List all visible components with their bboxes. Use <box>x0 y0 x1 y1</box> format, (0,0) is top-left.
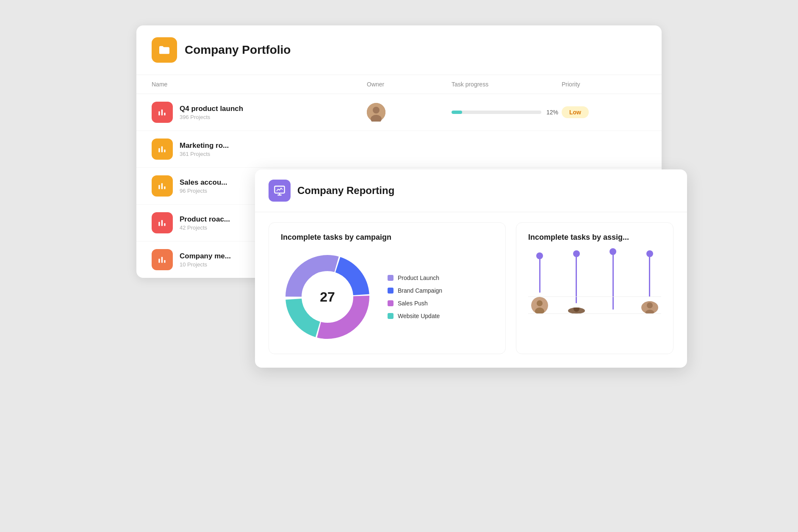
legend-item: Website Update <box>388 313 442 319</box>
legend-item: Sales Push <box>388 300 442 307</box>
row-icon <box>152 212 173 233</box>
row-sub: 96 Projects <box>180 188 227 194</box>
priority-badge: Low <box>562 106 589 118</box>
progress-cell: 12% <box>452 109 562 116</box>
svg-rect-12 <box>158 185 160 189</box>
bar-chart-icon <box>157 144 168 155</box>
col-name: Name <box>152 81 367 88</box>
progress-bar-fill <box>452 111 462 114</box>
legend-label: Website Update <box>398 313 440 319</box>
svg-rect-0 <box>161 50 163 53</box>
legend-label: Brand Campaign <box>398 287 442 294</box>
legend-label: Sales Push <box>398 300 428 307</box>
row-name: Company me... <box>180 252 231 260</box>
lollipop-dot <box>536 252 543 259</box>
col-priority: Priority <box>562 81 646 88</box>
portfolio-header: Company Portfolio <box>136 25 662 75</box>
reporting-icon <box>269 180 291 202</box>
svg-rect-11 <box>164 150 165 152</box>
donut-wrapper: 27 <box>281 250 374 344</box>
row-sub: 396 Projects <box>180 114 243 120</box>
lollipop-dot <box>610 248 616 255</box>
lollipop-stick-wrapper <box>638 250 662 297</box>
legend-item: Product Launch <box>388 274 442 281</box>
svg-point-7 <box>373 107 380 114</box>
lollipop-stick-wrapper <box>601 248 625 310</box>
legend-dot <box>388 275 393 281</box>
row-name: Q4 product launch <box>180 105 243 113</box>
svg-rect-5 <box>164 113 165 116</box>
lollipop-dot <box>573 250 580 257</box>
lollipop-line <box>612 255 614 310</box>
row-text-group: Sales accou... 96 Projects <box>180 178 227 194</box>
svg-rect-16 <box>161 220 163 226</box>
lollipop-avatar <box>641 301 658 314</box>
lollipop-dot <box>646 250 653 257</box>
svg-rect-2 <box>166 50 167 52</box>
row-sub: 10 Projects <box>180 261 231 268</box>
table-row[interactable]: Marketing ro... 361 Projects <box>136 131 662 168</box>
lollipop-stick-wrapper <box>528 250 551 293</box>
svg-rect-18 <box>158 259 160 263</box>
row-text-group: Q4 product launch 396 Projects <box>180 105 243 120</box>
table-header: Name Owner Task progress Priority <box>136 75 662 94</box>
lollipop-chart <box>528 250 661 335</box>
row-sub: 361 Projects <box>180 151 229 157</box>
lollipop-line <box>539 259 540 293</box>
portfolio-icon <box>152 37 177 63</box>
row-icon <box>152 139 173 160</box>
row-text-group: Marketing ro... 361 Projects <box>180 141 229 157</box>
svg-rect-1 <box>164 48 165 52</box>
lollipop-col <box>565 250 588 314</box>
main-container: Company Portfolio Name Owner Task progre… <box>136 25 662 278</box>
avatar <box>367 103 385 122</box>
lollipop-line <box>576 257 577 303</box>
bar-chart-icon <box>157 217 168 228</box>
chart-content: 27 Product Launch Brand Campaign <box>281 250 493 344</box>
svg-rect-3 <box>158 111 160 116</box>
svg-rect-14 <box>164 186 165 189</box>
row-name: Sales accou... <box>180 178 227 187</box>
legend-dot <box>388 300 393 306</box>
table-row[interactable]: Q4 product launch 396 Projects <box>136 94 662 131</box>
lollipop-col <box>638 250 662 314</box>
svg-rect-10 <box>161 147 163 152</box>
row-sub: 42 Projects <box>180 224 230 231</box>
presentation-icon <box>274 185 285 197</box>
bar-chart-icon <box>157 107 168 118</box>
row-icon <box>152 102 173 123</box>
legend-label: Product Launch <box>398 274 439 281</box>
row-text-group: Product roac... 42 Projects <box>180 215 230 231</box>
row-owner-cell <box>367 103 452 122</box>
row-name-cell: Marketing ro... 361 Projects <box>152 139 367 160</box>
bar-chart-card: Incomplete tasks by assig... <box>516 222 673 354</box>
row-text-group: Company me... 10 Projects <box>180 252 231 268</box>
svg-rect-19 <box>161 257 163 263</box>
bar-chart-icon <box>157 180 168 191</box>
row-icon <box>152 249 173 270</box>
legend-dot <box>388 288 393 294</box>
reporting-title: Company Reporting <box>297 185 394 197</box>
svg-rect-15 <box>158 222 160 226</box>
chart-legend: Product Launch Brand Campaign Sales Push <box>388 274 442 319</box>
row-name: Product roac... <box>180 215 230 224</box>
svg-point-38 <box>647 302 653 308</box>
portfolio-folder-icon <box>158 43 171 57</box>
lollipop-avatar <box>531 297 548 314</box>
donut-center-value: 27 <box>320 289 335 305</box>
row-name-cell: Q4 product launch 396 Projects <box>152 102 367 123</box>
donut-chart-card: Incomplete tasks by campaign <box>269 222 506 354</box>
svg-rect-4 <box>161 110 163 116</box>
lollipop-col <box>528 250 551 314</box>
svg-rect-17 <box>164 223 165 226</box>
col-progress: Task progress <box>452 81 562 88</box>
row-name: Marketing ro... <box>180 141 229 150</box>
lollipop-line <box>649 257 650 297</box>
legend-item: Brand Campaign <box>388 287 442 294</box>
svg-point-29 <box>537 300 543 306</box>
svg-rect-9 <box>158 148 160 152</box>
progress-bar-bg <box>452 111 541 114</box>
lollipop-stick-wrapper <box>565 250 588 303</box>
reporting-header: Company Reporting <box>255 169 687 212</box>
reporting-body: Incomplete tasks by campaign <box>255 212 687 368</box>
